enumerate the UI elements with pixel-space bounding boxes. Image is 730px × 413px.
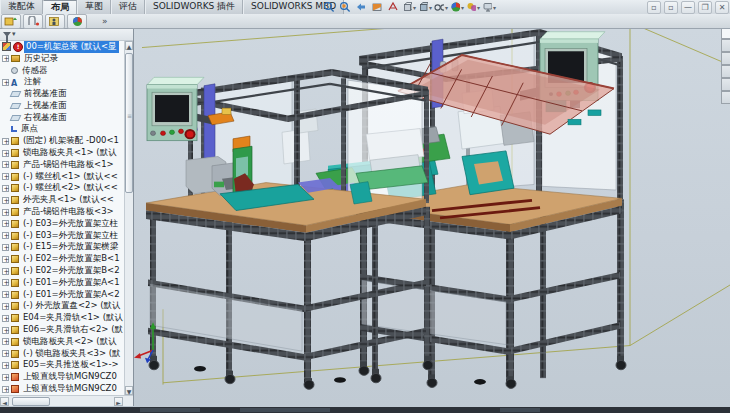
tree-row[interactable]: (-) E02=外壳放置架B<2 xyxy=(0,265,124,277)
expander-icon[interactable] xyxy=(2,55,9,62)
tree-row[interactable]: 传感器 xyxy=(0,65,124,77)
display-style-icon[interactable] xyxy=(418,1,432,13)
tree-row[interactable]: 产品-锡铝件电路板<1> xyxy=(0,159,124,171)
tree-row[interactable]: 上银直线导轨MGN9CZ0 xyxy=(0,371,124,383)
hmi-screen-left[interactable] xyxy=(155,95,189,122)
tree-row[interactable]: 前视基准面 xyxy=(0,88,124,100)
insert-components-icon[interactable] xyxy=(1,14,21,29)
tree-row[interactable]: 产品-锡铝件电路板<3> xyxy=(0,206,124,218)
scroll-right-icon[interactable]: ► xyxy=(114,397,123,406)
expander-icon[interactable] xyxy=(2,303,9,310)
tree-row[interactable]: E04=夹具滑轨<1> (默认 xyxy=(0,312,124,324)
expander-icon[interactable] xyxy=(2,197,9,204)
expander-icon[interactable] xyxy=(2,232,9,239)
tab-assembly[interactable]: 装配体 xyxy=(0,0,43,14)
taskbar-sliver xyxy=(0,407,730,413)
minimize-button[interactable]: — xyxy=(681,1,695,14)
tree-row[interactable]: 锁电路板夹具<1> (默认 xyxy=(0,147,124,159)
expander-icon[interactable] xyxy=(2,315,9,322)
expander-icon[interactable] xyxy=(2,268,9,275)
expander-icon[interactable] xyxy=(2,244,9,251)
tree-row[interactable]: (-) E01=外壳放置架A<2 xyxy=(0,289,124,301)
restore-button[interactable]: ❐ xyxy=(698,1,712,14)
expander-icon[interactable] xyxy=(2,150,9,157)
toolbar-overflow[interactable]: » xyxy=(102,16,108,26)
tree-vertical-scrollbar[interactable]: ▲ ▼ xyxy=(124,41,133,395)
horizontal-scroll-thumb[interactable] xyxy=(12,397,50,406)
expander-icon[interactable] xyxy=(2,279,9,286)
tree-row[interactable]: (-) E03=外壳放置架立柱 xyxy=(0,230,124,242)
tree-row[interactable]: 历史记录 xyxy=(0,53,124,65)
tree-row-root[interactable]: ! 00=机架总装 (默认<显 xyxy=(0,41,124,53)
tree-row[interactable]: (-) E02=外壳放置架B<1 xyxy=(0,253,124,265)
tab-evaluate[interactable]: 评估 xyxy=(111,0,145,14)
tree-filter-bar[interactable]: ▾ xyxy=(0,28,133,41)
expander-icon[interactable] xyxy=(2,327,9,334)
view-settings-icon[interactable] xyxy=(482,1,496,13)
expander-icon[interactable] xyxy=(2,161,9,168)
close-button[interactable]: ✕ xyxy=(715,1,729,14)
expander-icon[interactable] xyxy=(2,291,9,298)
zoom-area-icon[interactable] xyxy=(338,1,352,13)
edit-appearance-icon[interactable] xyxy=(450,1,464,13)
section-view-icon[interactable] xyxy=(370,1,384,13)
doc-window-icon[interactable]: ▫ xyxy=(647,1,661,14)
tree-row[interactable]: 上银直线导轨MGN9CZ0 xyxy=(0,383,124,395)
vertical-scroll-thumb[interactable] xyxy=(125,53,133,193)
doc-window-icon-2[interactable]: ▫ xyxy=(664,1,678,14)
command-toolbar: » xyxy=(0,14,730,29)
expander-icon[interactable] xyxy=(2,209,9,216)
apply-scene-icon[interactable] xyxy=(466,1,480,13)
tree-horizontal-scrollbar[interactable]: ◄ ► xyxy=(0,395,133,406)
tree-row[interactable]: 右视基准面 xyxy=(0,112,124,124)
task-pane-tab[interactable] xyxy=(721,91,730,104)
expander-icon[interactable] xyxy=(2,386,9,393)
task-pane-tab[interactable] xyxy=(721,39,730,52)
component-icon xyxy=(11,149,19,157)
tree-row[interactable]: (-) 锁电路板夹具<3> (默 xyxy=(0,348,124,360)
tree-row[interactable]: (-) E15=外壳放置架横梁 xyxy=(0,242,124,254)
expander-icon[interactable] xyxy=(2,185,9,192)
expander-icon[interactable] xyxy=(2,138,9,145)
tree-row[interactable]: (-) E03=外壳放置架立柱 xyxy=(0,218,124,230)
expander-icon[interactable] xyxy=(2,362,9,369)
expander-icon[interactable] xyxy=(2,79,9,86)
move-component-icon[interactable] xyxy=(45,14,65,29)
component-icon xyxy=(11,326,19,334)
task-pane-tab[interactable] xyxy=(721,52,730,65)
mate-icon[interactable] xyxy=(23,14,43,29)
view-orientation-icon[interactable] xyxy=(402,1,416,13)
tree-row[interactable]: E05=夹具推送板<1>-> xyxy=(0,360,124,372)
tab-layout[interactable]: 布局 xyxy=(43,0,77,14)
annotation-visibility-icon[interactable] xyxy=(386,1,400,13)
expander-icon[interactable] xyxy=(2,173,9,180)
tree-row[interactable]: (固定) 机架装配 -D00<1 xyxy=(0,135,124,147)
task-pane-tab[interactable] xyxy=(721,65,730,78)
tree-row[interactable]: E06=夹具滑轨右<2> (默 xyxy=(0,324,124,336)
tab-sketch[interactable]: 草图 xyxy=(77,0,111,14)
zoom-fit-icon[interactable] xyxy=(322,1,336,13)
tree-row[interactable]: 外壳夹具<1> (默认<< xyxy=(0,194,124,206)
appearance-icon[interactable] xyxy=(67,14,87,29)
tree-row[interactable]: (-) E01=外壳放置架A<1 xyxy=(0,277,124,289)
tree-row[interactable]: (-) 螺丝机<2> (默认<< xyxy=(0,183,124,195)
scroll-up-icon[interactable]: ▲ xyxy=(125,41,133,50)
expander-icon[interactable] xyxy=(2,338,9,345)
previous-view-icon[interactable] xyxy=(354,1,368,13)
expander-icon[interactable] xyxy=(2,220,9,227)
tree-row[interactable]: 注解 xyxy=(0,76,124,88)
tab-solidworks-addins[interactable]: SOLIDWORKS 插件 xyxy=(145,0,243,14)
tree-row[interactable]: 原点 xyxy=(0,124,124,136)
machine-left[interactable] xyxy=(146,69,433,389)
tree-row[interactable]: 锁电路板夹具<2> (默认 xyxy=(0,336,124,348)
tree-row[interactable]: (-) 外壳放置盘<2> (默认 xyxy=(0,301,124,313)
tree-row[interactable]: 上视基准面 xyxy=(0,100,124,112)
expander-icon[interactable] xyxy=(2,374,9,381)
tree-row[interactable]: (-) 螺丝机<1> (默认<< xyxy=(0,171,124,183)
scroll-left-icon[interactable]: ◄ xyxy=(0,397,9,406)
hide-show-items-icon[interactable] xyxy=(434,1,448,13)
task-pane-tab[interactable] xyxy=(721,78,730,91)
scroll-down-icon[interactable]: ▼ xyxy=(125,386,133,395)
expander-icon[interactable] xyxy=(2,350,9,357)
expander-icon[interactable] xyxy=(2,256,9,263)
